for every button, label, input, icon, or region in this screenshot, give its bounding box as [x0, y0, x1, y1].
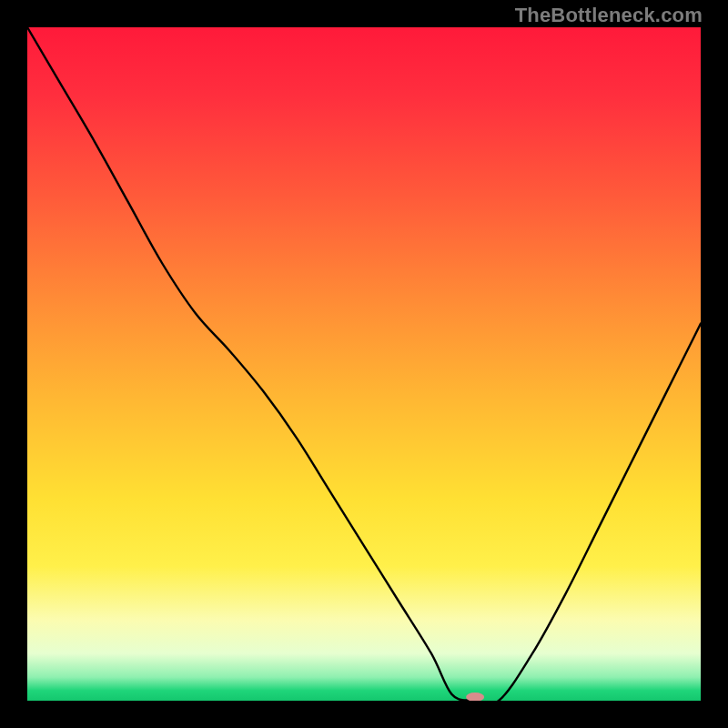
watermark-text: TheBottleneck.com	[515, 4, 703, 27]
chart-frame: TheBottleneck.com	[0, 0, 728, 728]
gradient-background	[27, 27, 701, 701]
bottleneck-chart	[27, 27, 701, 701]
